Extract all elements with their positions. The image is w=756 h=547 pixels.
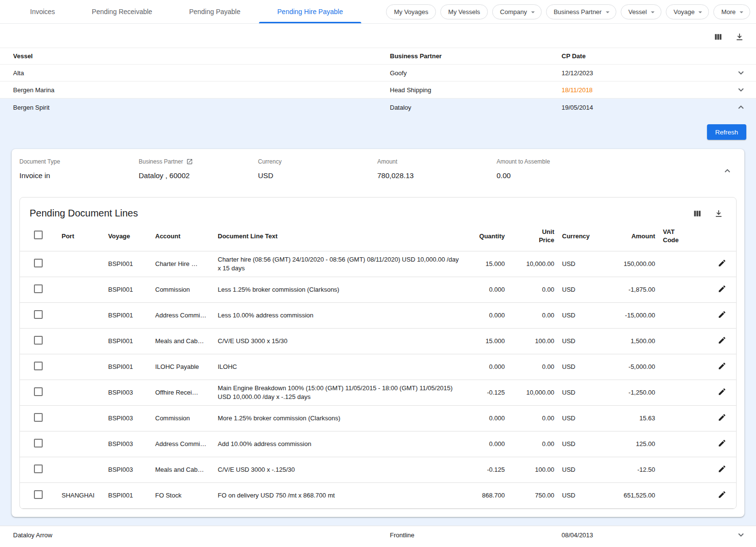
tab-pending-receivable[interactable]: Pending Receivable [73, 0, 171, 23]
field-label: Amount [377, 158, 397, 165]
edit-icon[interactable] [718, 387, 726, 396]
tab-label: Invoices [30, 8, 55, 16]
line-quantity: 0.000 [466, 303, 509, 329]
row-checkbox[interactable] [34, 439, 43, 448]
edit-icon[interactable] [718, 490, 726, 499]
chip-voyage[interactable]: Voyage [666, 4, 709, 19]
line-unit-price: 0.00 [509, 277, 558, 303]
dropdown-caret-icon [529, 8, 537, 17]
document-line-row[interactable]: BSPI001 Meals and Cab… C/V/E USD 3000 x … [20, 329, 737, 354]
row-checkbox[interactable] [34, 284, 43, 293]
line-unit-price: 100.00 [509, 457, 558, 483]
field-value: 780,028.13 [377, 171, 497, 180]
line-currency: USD [558, 483, 601, 509]
row-checkbox[interactable] [34, 259, 43, 267]
tab-pending-hire-payable[interactable]: Pending Hire Payable [259, 0, 361, 23]
vessel-row-dataloy-arrow[interactable]: Dataloy Arrow Frontline 08/04/2013 [0, 526, 756, 544]
edit-icon[interactable] [718, 259, 726, 267]
line-voyage: BSPI003 [104, 457, 151, 483]
lines-column-settings-icon[interactable] [692, 209, 702, 218]
line-vat-code [659, 303, 706, 329]
field-document-type: Document Type Invoice in [19, 158, 139, 180]
line-currency: USD [558, 431, 601, 457]
document-line-row[interactable]: BSPI001 ILOHC Payable ILOHC 0.000 0.00 U… [20, 354, 737, 380]
row-checkbox[interactable] [34, 464, 43, 473]
row-checkbox[interactable] [34, 362, 43, 370]
chip-label: Company [500, 8, 527, 16]
document-line-row[interactable]: BSPI001 Charter Hire … Charter hire (08:… [20, 251, 737, 277]
line-text: ILOHC [214, 354, 466, 380]
line-voyage: BSPI003 [104, 431, 151, 457]
vessel-row-bergen-spirit[interactable]: Bergen Spirit Dataloy 19/05/2014 [0, 99, 756, 116]
row-checkbox[interactable] [34, 336, 43, 345]
chip-more[interactable]: More [713, 4, 750, 19]
line-amount: -5,000.00 [601, 354, 659, 380]
line-quantity: 15.000 [466, 329, 509, 354]
edit-icon[interactable] [718, 464, 726, 473]
tab-invoices[interactable]: Invoices [12, 0, 73, 23]
vessel-row-alta[interactable]: Alta Goofy 12/12/2023 [0, 65, 756, 82]
line-port [58, 251, 104, 277]
row-checkbox[interactable] [34, 310, 43, 319]
select-all-checkbox[interactable] [34, 231, 43, 239]
line-quantity: 15.000 [466, 251, 509, 277]
line-quantity: 868.700 [466, 483, 509, 509]
line-amount: -1,875.00 [601, 277, 659, 303]
row-checkbox[interactable] [34, 413, 43, 422]
collapse-chevron-up-icon[interactable] [722, 166, 733, 176]
line-currency: USD [558, 457, 601, 483]
line-text: C/V/E USD 3000 x -.125/30 [214, 457, 466, 483]
tab-label: Pending Payable [189, 8, 241, 16]
row-checkbox[interactable] [34, 387, 43, 396]
line-amount: -12.50 [601, 457, 659, 483]
document-line-row[interactable]: BSPI003 Commission More 1.25% broker com… [20, 406, 737, 431]
chip-my-vessels[interactable]: My Vessels [440, 4, 488, 19]
edit-icon[interactable] [718, 284, 726, 293]
line-currency: USD [558, 406, 601, 431]
chevron-down-icon[interactable] [736, 84, 756, 95]
chip-company[interactable]: Company [492, 4, 542, 19]
document-line-row[interactable]: BSPI003 Address Commi… Add 10.00% addres… [20, 431, 737, 457]
line-currency: USD [558, 354, 601, 380]
header-cp-date: CP Date [562, 52, 729, 60]
lines-download-icon[interactable] [714, 209, 724, 218]
document-line-row[interactable]: SHANGHAI BSPI001 FO Stock FO on delivery… [20, 483, 737, 509]
refresh-row: Refresh [0, 116, 756, 140]
header-business-partner: Business Partner [390, 52, 562, 60]
chip-my-voyages[interactable]: My Voyages [386, 4, 436, 19]
chip-business-partner[interactable]: Business Partner [546, 4, 616, 19]
vessel-row-bergen-marina[interactable]: Bergen Marina Head Shipping 18/11/2018 [0, 82, 756, 99]
dropdown-caret-icon [603, 8, 612, 17]
document-line-row[interactable]: BSPI001 Address Commi… Less 10.00% addre… [20, 303, 737, 329]
row-checkbox[interactable] [34, 490, 43, 499]
line-port [58, 354, 104, 380]
document-line-row[interactable]: BSPI003 Meals and Cab… C/V/E USD 3000 x … [20, 457, 737, 483]
chevron-up-icon[interactable] [736, 102, 756, 113]
chevron-down-icon[interactable] [736, 67, 756, 78]
edit-icon[interactable] [718, 362, 726, 370]
refresh-button[interactable]: Refresh [707, 124, 746, 140]
header-vessel: Vessel [13, 52, 390, 60]
chevron-down-icon[interactable] [736, 530, 756, 540]
document-line-row[interactable]: BSPI003 Offhire Recei… Main Engine Break… [20, 380, 737, 406]
open-in-new-icon[interactable] [186, 158, 193, 165]
line-text: Charter hire (08:56 (GMT) 24/10/2020 - 0… [214, 251, 466, 277]
dropdown-caret-icon [737, 8, 746, 17]
line-unit-price: 0.00 [509, 406, 558, 431]
document-line-row[interactable]: BSPI001 Commission Less 1.25% broker com… [20, 277, 737, 303]
cp-date: 12/12/2023 [562, 69, 729, 77]
tab-pending-payable[interactable]: Pending Payable [171, 0, 259, 23]
vessel-name: Dataloy Arrow [13, 531, 390, 539]
pending-document-lines-card: Pending Document Lines [19, 197, 737, 509]
field-amount: Amount 780,028.13 [377, 158, 497, 180]
line-vat-code [659, 483, 706, 509]
edit-icon[interactable] [718, 336, 726, 345]
line-quantity: 0.000 [466, 431, 509, 457]
column-settings-icon[interactable] [713, 32, 723, 42]
download-icon[interactable] [735, 32, 744, 42]
edit-icon[interactable] [718, 413, 726, 422]
edit-icon[interactable] [718, 439, 726, 448]
chip-vessel[interactable]: Vessel [621, 4, 661, 19]
edit-icon[interactable] [718, 310, 726, 319]
field-business-partner: Business Partner Dataloy , 60002 [139, 158, 258, 180]
